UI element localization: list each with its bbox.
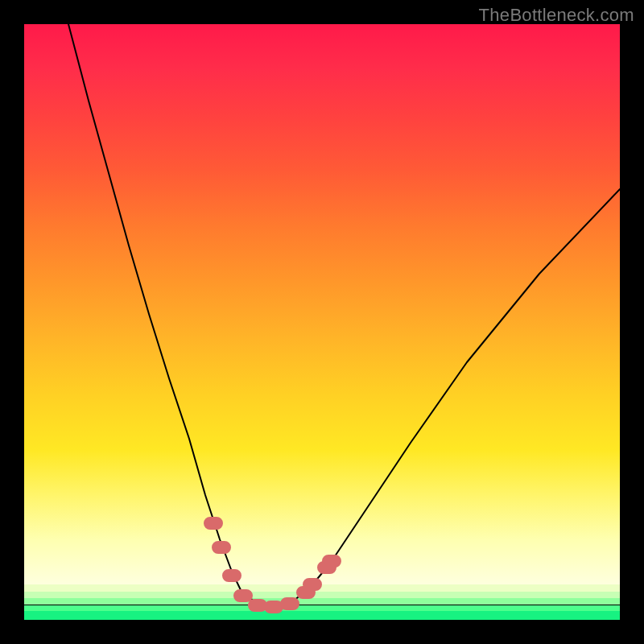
plot-area (24, 24, 620, 620)
watermark-text: TheBottleneck.com (479, 5, 634, 26)
bottleneck-curve (68, 24, 620, 607)
curve-svg (24, 24, 620, 620)
chart-frame: TheBottleneck.com (0, 0, 644, 644)
